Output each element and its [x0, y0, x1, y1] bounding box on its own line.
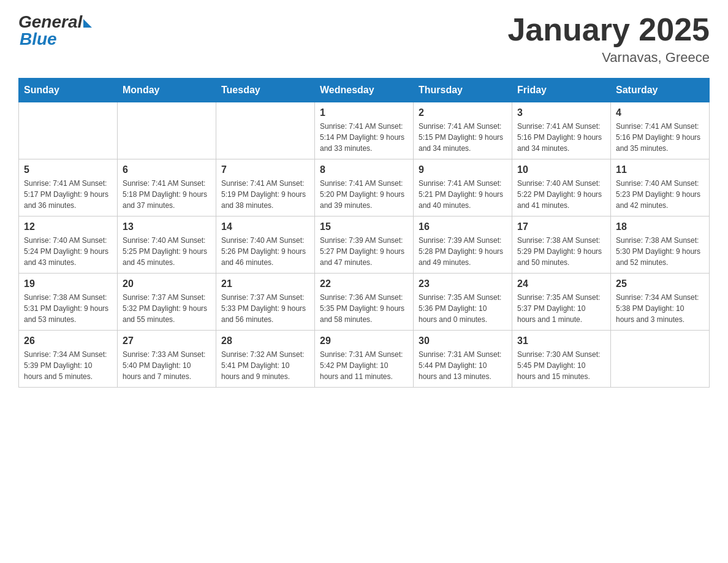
- day-info: Sunrise: 7:39 AM Sunset: 5:28 PM Dayligh…: [419, 235, 507, 268]
- calendar-cell: 16Sunrise: 7:39 AM Sunset: 5:28 PM Dayli…: [414, 216, 512, 274]
- day-number: 19: [24, 278, 112, 289]
- calendar-cell: 22Sunrise: 7:36 AM Sunset: 5:35 PM Dayli…: [315, 274, 414, 331]
- day-info: Sunrise: 7:34 AM Sunset: 5:39 PM Dayligh…: [24, 349, 112, 382]
- day-number: 11: [616, 164, 704, 175]
- calendar-header: SundayMondayTuesdayWednesdayThursdayFrid…: [19, 79, 710, 102]
- calendar-cell: 25Sunrise: 7:34 AM Sunset: 5:38 PM Dayli…: [611, 274, 710, 331]
- day-info: Sunrise: 7:37 AM Sunset: 5:33 PM Dayligh…: [221, 292, 309, 325]
- day-number: 15: [320, 221, 408, 232]
- day-info: Sunrise: 7:41 AM Sunset: 5:21 PM Dayligh…: [419, 178, 507, 211]
- day-info: Sunrise: 7:30 AM Sunset: 5:45 PM Dayligh…: [517, 349, 605, 382]
- logo-blue-text: Blue: [18, 29, 57, 49]
- weekday-header-row: SundayMondayTuesdayWednesdayThursdayFrid…: [19, 79, 710, 102]
- day-number: 31: [517, 335, 605, 347]
- day-number: 9: [419, 164, 507, 175]
- calendar-cell: 21Sunrise: 7:37 AM Sunset: 5:33 PM Dayli…: [216, 274, 315, 331]
- day-info: Sunrise: 7:41 AM Sunset: 5:16 PM Dayligh…: [517, 121, 605, 154]
- weekday-header-tuesday: Tuesday: [216, 79, 315, 102]
- calendar-cell: [611, 331, 710, 388]
- calendar-cell: 1Sunrise: 7:41 AM Sunset: 5:14 PM Daylig…: [315, 102, 414, 159]
- day-info: Sunrise: 7:31 AM Sunset: 5:44 PM Dayligh…: [419, 349, 507, 382]
- day-info: Sunrise: 7:35 AM Sunset: 5:36 PM Dayligh…: [419, 292, 507, 325]
- day-info: Sunrise: 7:40 AM Sunset: 5:25 PM Dayligh…: [123, 235, 211, 268]
- calendar-title: January 2025: [507, 12, 710, 47]
- calendar-week-row: 19Sunrise: 7:38 AM Sunset: 5:31 PM Dayli…: [19, 274, 710, 331]
- weekday-header-friday: Friday: [512, 79, 611, 102]
- day-number: 20: [123, 278, 211, 289]
- calendar-cell: 14Sunrise: 7:40 AM Sunset: 5:26 PM Dayli…: [216, 216, 315, 274]
- calendar-cell: 13Sunrise: 7:40 AM Sunset: 5:25 PM Dayli…: [118, 216, 216, 274]
- day-number: 10: [517, 164, 605, 175]
- calendar-cell: 23Sunrise: 7:35 AM Sunset: 5:36 PM Dayli…: [414, 274, 512, 331]
- calendar-cell: 11Sunrise: 7:40 AM Sunset: 5:23 PM Dayli…: [611, 159, 710, 216]
- calendar-cell: 17Sunrise: 7:38 AM Sunset: 5:29 PM Dayli…: [512, 216, 611, 274]
- calendar-cell: 26Sunrise: 7:34 AM Sunset: 5:39 PM Dayli…: [19, 331, 118, 388]
- day-number: 26: [24, 335, 112, 347]
- day-number: 23: [419, 278, 507, 289]
- calendar-cell: [118, 102, 216, 159]
- day-info: Sunrise: 7:41 AM Sunset: 5:18 PM Dayligh…: [123, 178, 211, 211]
- calendar-cell: 8Sunrise: 7:41 AM Sunset: 5:20 PM Daylig…: [315, 159, 414, 216]
- calendar-week-row: 5Sunrise: 7:41 AM Sunset: 5:17 PM Daylig…: [19, 159, 710, 216]
- weekday-header-thursday: Thursday: [414, 79, 512, 102]
- day-info: Sunrise: 7:35 AM Sunset: 5:37 PM Dayligh…: [517, 292, 605, 325]
- day-number: 24: [517, 278, 605, 289]
- calendar-cell: 20Sunrise: 7:37 AM Sunset: 5:32 PM Dayli…: [118, 274, 216, 331]
- calendar-cell: 9Sunrise: 7:41 AM Sunset: 5:21 PM Daylig…: [414, 159, 512, 216]
- day-number: 16: [419, 221, 507, 232]
- day-number: 7: [221, 164, 309, 175]
- calendar-cell: 4Sunrise: 7:41 AM Sunset: 5:16 PM Daylig…: [611, 102, 710, 159]
- day-number: 12: [24, 221, 112, 232]
- calendar-cell: 29Sunrise: 7:31 AM Sunset: 5:42 PM Dayli…: [315, 331, 414, 388]
- day-info: Sunrise: 7:36 AM Sunset: 5:35 PM Dayligh…: [320, 292, 408, 325]
- day-info: Sunrise: 7:38 AM Sunset: 5:29 PM Dayligh…: [517, 235, 605, 268]
- calendar-week-row: 1Sunrise: 7:41 AM Sunset: 5:14 PM Daylig…: [19, 102, 710, 159]
- calendar-cell: 19Sunrise: 7:38 AM Sunset: 5:31 PM Dayli…: [19, 274, 118, 331]
- day-number: 21: [221, 278, 309, 289]
- weekday-header-sunday: Sunday: [19, 79, 118, 102]
- weekday-header-saturday: Saturday: [611, 79, 710, 102]
- calendar-cell: 24Sunrise: 7:35 AM Sunset: 5:37 PM Dayli…: [512, 274, 611, 331]
- day-number: 2: [419, 107, 507, 118]
- day-info: Sunrise: 7:40 AM Sunset: 5:22 PM Dayligh…: [517, 178, 605, 211]
- calendar-body: 1Sunrise: 7:41 AM Sunset: 5:14 PM Daylig…: [19, 102, 710, 388]
- calendar-table: SundayMondayTuesdayWednesdayThursdayFrid…: [18, 78, 710, 388]
- calendar-cell: 10Sunrise: 7:40 AM Sunset: 5:22 PM Dayli…: [512, 159, 611, 216]
- page-header: General Blue January 2025 Varnavas, Gree…: [18, 12, 710, 66]
- calendar-cell: [216, 102, 315, 159]
- day-info: Sunrise: 7:33 AM Sunset: 5:40 PM Dayligh…: [123, 349, 211, 382]
- day-number: 3: [517, 107, 605, 118]
- day-number: 25: [616, 278, 704, 289]
- weekday-header-wednesday: Wednesday: [315, 79, 414, 102]
- logo: General Blue: [18, 12, 92, 49]
- day-number: 13: [123, 221, 211, 232]
- day-info: Sunrise: 7:37 AM Sunset: 5:32 PM Dayligh…: [123, 292, 211, 325]
- day-number: 18: [616, 221, 704, 232]
- day-info: Sunrise: 7:41 AM Sunset: 5:14 PM Dayligh…: [320, 121, 408, 154]
- calendar-cell: 18Sunrise: 7:38 AM Sunset: 5:30 PM Dayli…: [611, 216, 710, 274]
- calendar-cell: 6Sunrise: 7:41 AM Sunset: 5:18 PM Daylig…: [118, 159, 216, 216]
- day-number: 6: [123, 164, 211, 175]
- calendar-cell: 28Sunrise: 7:32 AM Sunset: 5:41 PM Dayli…: [216, 331, 315, 388]
- calendar-cell: 15Sunrise: 7:39 AM Sunset: 5:27 PM Dayli…: [315, 216, 414, 274]
- day-info: Sunrise: 7:40 AM Sunset: 5:23 PM Dayligh…: [616, 178, 704, 211]
- day-number: 27: [123, 335, 211, 347]
- day-info: Sunrise: 7:40 AM Sunset: 5:26 PM Dayligh…: [221, 235, 309, 268]
- day-info: Sunrise: 7:40 AM Sunset: 5:24 PM Dayligh…: [24, 235, 112, 268]
- day-info: Sunrise: 7:32 AM Sunset: 5:41 PM Dayligh…: [221, 349, 309, 382]
- calendar-cell: 3Sunrise: 7:41 AM Sunset: 5:16 PM Daylig…: [512, 102, 611, 159]
- calendar-subtitle: Varnavas, Greece: [507, 50, 710, 66]
- day-number: 30: [419, 335, 507, 347]
- calendar-cell: [19, 102, 118, 159]
- day-info: Sunrise: 7:41 AM Sunset: 5:15 PM Dayligh…: [419, 121, 507, 154]
- calendar-week-row: 26Sunrise: 7:34 AM Sunset: 5:39 PM Dayli…: [19, 331, 710, 388]
- calendar-cell: 30Sunrise: 7:31 AM Sunset: 5:44 PM Dayli…: [414, 331, 512, 388]
- calendar-cell: 31Sunrise: 7:30 AM Sunset: 5:45 PM Dayli…: [512, 331, 611, 388]
- calendar-cell: 27Sunrise: 7:33 AM Sunset: 5:40 PM Dayli…: [118, 331, 216, 388]
- day-info: Sunrise: 7:31 AM Sunset: 5:42 PM Dayligh…: [320, 349, 408, 382]
- calendar-cell: 7Sunrise: 7:41 AM Sunset: 5:19 PM Daylig…: [216, 159, 315, 216]
- day-number: 4: [616, 107, 704, 118]
- day-number: 1: [320, 107, 408, 118]
- title-block: January 2025 Varnavas, Greece: [507, 12, 710, 66]
- calendar-cell: 12Sunrise: 7:40 AM Sunset: 5:24 PM Dayli…: [19, 216, 118, 274]
